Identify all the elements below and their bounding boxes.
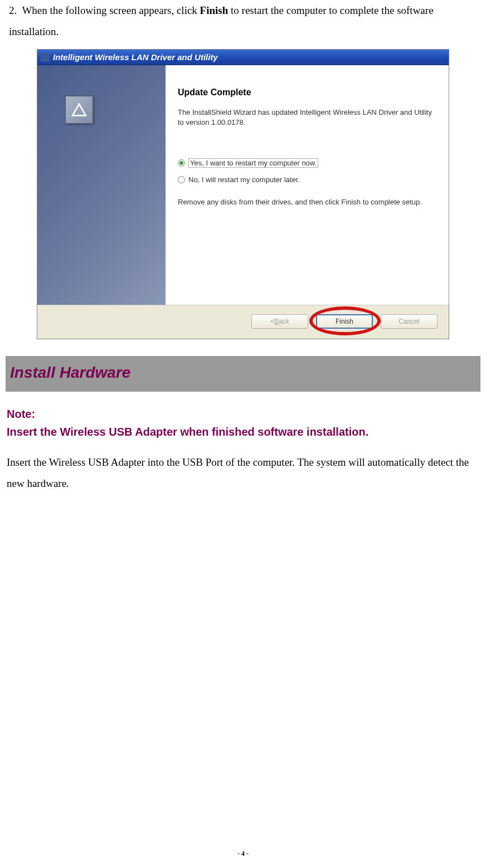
back-prefix: < xyxy=(270,318,274,325)
page-number: - 4 - xyxy=(0,850,486,858)
step-bold-finish: Finish xyxy=(200,4,229,16)
cancel-label: Cancel xyxy=(398,318,419,325)
radio-icon-checked xyxy=(178,159,185,167)
note-block: Note: Insert the Wireless USB Adapter wh… xyxy=(4,405,482,441)
step-number: 2. xyxy=(9,4,17,16)
finish-button-wrapper: Finish xyxy=(316,314,373,329)
back-button: < Back xyxy=(251,314,308,329)
titlebar-icon xyxy=(41,53,50,62)
wizard-logo-icon xyxy=(65,96,93,124)
installer-body: Update Complete The InstallShield Wizard… xyxy=(37,65,449,305)
radio-restart-later[interactable]: No, I will restart my computer later. xyxy=(178,175,436,184)
radio-restart-later-label: No, I will restart my computer later. xyxy=(188,175,300,184)
radio-restart-now[interactable]: Yes, I want to restart my computer now. xyxy=(178,158,436,168)
section-heading: Install Hardware xyxy=(6,356,480,392)
update-description: The InstallShield Wizard has updated Int… xyxy=(178,108,436,127)
installer-left-panel xyxy=(37,65,166,305)
update-complete-heading: Update Complete xyxy=(178,87,436,97)
radio-icon-unchecked xyxy=(178,176,185,183)
body-paragraph: Insert the Wireless USB Adapter into the… xyxy=(4,452,482,494)
step-2-instruction: 2. When the following screen appears, cl… xyxy=(9,0,482,42)
finish-label: Finish xyxy=(336,318,353,325)
installer-window: Intelligent Wireless LAN Driver and Util… xyxy=(37,49,449,339)
note-text: Insert the Wireless USB Adapter when fin… xyxy=(7,423,479,441)
note-label: Note: xyxy=(7,405,479,423)
remove-disks-text: Remove any disks from their drives, and … xyxy=(178,197,436,207)
titlebar: Intelligent Wireless LAN Driver and Util… xyxy=(37,50,449,65)
step-text-before: When the following screen appears, click xyxy=(22,4,200,16)
pg-prefix: - xyxy=(237,850,241,857)
installer-footer: < Back Finish Cancel xyxy=(37,305,449,339)
back-rest: ack xyxy=(279,318,289,325)
cancel-button: Cancel xyxy=(381,314,438,329)
titlebar-text: Intelligent Wireless LAN Driver and Util… xyxy=(53,52,218,62)
finish-button[interactable]: Finish xyxy=(316,314,373,329)
installer-right-panel: Update Complete The InstallShield Wizard… xyxy=(166,65,449,305)
back-key: B xyxy=(274,318,279,325)
radio-restart-now-label: Yes, I want to restart my computer now. xyxy=(188,158,318,168)
pg-suffix: - xyxy=(245,850,249,857)
